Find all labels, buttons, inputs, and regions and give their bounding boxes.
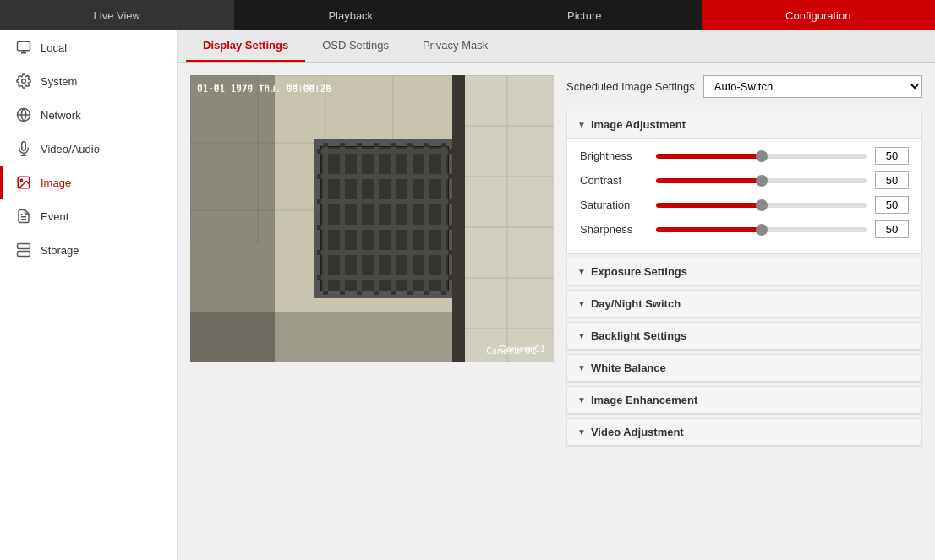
sidebar-item-system[interactable]: System [0, 64, 177, 98]
chevron-right-icon-exposure: ▼ [577, 267, 586, 276]
chevron-right-icon-backlight: ▼ [577, 331, 586, 340]
sidebar-item-local[interactable]: Local [0, 30, 177, 64]
nav-configuration[interactable]: Configuration [702, 0, 936, 30]
scheduled-select[interactable]: Auto-Switch Scheduled Manual [703, 75, 922, 98]
camera-label: Camera 01 [500, 344, 545, 354]
event-icon [15, 208, 32, 225]
main-content: Display Settings OSD Settings Privacy Ma… [178, 30, 935, 560]
section-imageenhancement: ▼ Image Enhancement [566, 386, 922, 415]
section-image-adjustment-header[interactable]: ▼ Image Adjustment [567, 111, 921, 139]
sidebar-item-image[interactable]: Image [0, 166, 177, 199]
chevron-right-icon-daynight: ▼ [577, 299, 586, 308]
saturation-slider[interactable] [656, 203, 867, 208]
nav-liveview[interactable]: Live View [0, 0, 234, 30]
slider-contrast-row: Contrast [580, 171, 909, 189]
videoaudio-icon [15, 140, 32, 157]
section-daynight: ▼ Day/Night Switch [566, 290, 922, 318]
sharpness-slider[interactable] [656, 227, 867, 232]
tab-osd-settings[interactable]: OSD Settings [305, 30, 406, 62]
section-daynight-header[interactable]: ▼ Day/Night Switch [567, 291, 921, 318]
sidebar-item-network[interactable]: Network [0, 98, 177, 132]
chevron-down-icon: ▼ [577, 120, 586, 129]
sharpness-label: Sharpness [580, 223, 648, 236]
top-navigation: Live View Playback Picture Configuration [0, 0, 935, 30]
tab-privacy-mask[interactable]: Privacy Mask [406, 30, 505, 62]
section-exposure: ▼ Exposure Settings [566, 258, 922, 286]
nav-picture[interactable]: Picture [468, 0, 702, 30]
svg-rect-13 [18, 252, 30, 257]
svg-rect-0 [18, 41, 30, 51]
sidebar: Local System Network Video/Audio Image [0, 30, 178, 560]
slider-sharpness-row: Sharpness [580, 220, 909, 238]
saturation-label: Saturation [580, 198, 648, 211]
sidebar-item-videoaudio[interactable]: Video/Audio [0, 132, 177, 166]
tab-bar: Display Settings OSD Settings Privacy Ma… [178, 30, 935, 63]
image-icon [15, 174, 32, 191]
preview-canvas [190, 75, 554, 362]
network-icon [15, 106, 32, 123]
svg-rect-12 [18, 244, 30, 249]
storage-icon [15, 242, 32, 258]
sidebar-item-event[interactable]: Event [0, 199, 177, 233]
scheduled-label: Scheduled Image Settings [566, 80, 695, 93]
system-icon [15, 73, 32, 90]
main-layout: Local System Network Video/Audio Image [0, 30, 935, 560]
scheduled-row: Scheduled Image Settings Auto-Switch Sch… [566, 75, 922, 98]
slider-brightness-row: Brightness [580, 147, 909, 165]
chevron-right-icon-ie: ▼ [577, 395, 586, 405]
section-backlight-header[interactable]: ▼ Backlight Settings [567, 323, 921, 350]
svg-point-3 [22, 79, 26, 84]
section-videoadjustment: ▼ Video Adjustment [566, 418, 922, 447]
image-adjustment-content: Brightness Contrast Saturation [567, 139, 921, 253]
section-videoadjustment-header[interactable]: ▼ Video Adjustment [567, 419, 921, 446]
section-whitebalance-header[interactable]: ▼ White Balance [567, 355, 921, 382]
sidebar-item-storage[interactable]: Storage [0, 233, 177, 267]
contrast-label: Contrast [580, 174, 648, 187]
chevron-right-icon-va: ▼ [577, 427, 586, 437]
brightness-slider[interactable] [656, 154, 867, 159]
svg-point-9 [20, 179, 22, 181]
brightness-value[interactable] [875, 147, 909, 165]
camera-preview: 01-01 1970 Thu. 08:08:26 Camera 01 [190, 75, 554, 362]
settings-panel: Scheduled Image Settings Auto-Switch Sch… [566, 75, 922, 450]
sharpness-value[interactable] [875, 220, 909, 238]
nav-playback[interactable]: Playback [234, 0, 468, 30]
chevron-right-icon-wb: ▼ [577, 363, 586, 372]
section-whitebalance: ▼ White Balance [566, 354, 922, 383]
tab-display-settings[interactable]: Display Settings [186, 30, 305, 62]
section-exposure-header[interactable]: ▼ Exposure Settings [567, 258, 921, 285]
camera-timestamp: 01-01 1970 Thu. 08:08:26 [197, 82, 331, 93]
slider-saturation-row: Saturation [580, 196, 909, 214]
contrast-slider[interactable] [656, 178, 867, 183]
local-icon [15, 39, 32, 56]
contrast-value[interactable] [875, 171, 909, 189]
saturation-value[interactable] [875, 196, 909, 214]
brightness-label: Brightness [580, 150, 648, 162]
section-imageenhancement-header[interactable]: ▼ Image Enhancement [567, 387, 921, 414]
section-backlight: ▼ Backlight Settings [566, 322, 922, 351]
section-image-adjustment: ▼ Image Adjustment Brightness Contrast [566, 111, 922, 254]
content-area: 01-01 1970 Thu. 08:08:26 Camera 01 Sched… [178, 63, 935, 463]
